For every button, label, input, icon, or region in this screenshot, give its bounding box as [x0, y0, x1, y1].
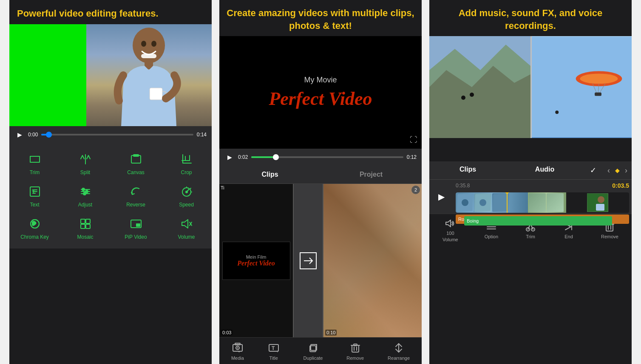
panel2-tabs: Clips Project [219, 166, 422, 184]
progress-thumb-2[interactable] [273, 154, 279, 160]
tool-pip-video[interactable]: PiP Video [111, 212, 161, 244]
panel3-header: Add music, sound FX, and voice recording… [429, 0, 632, 36]
panel2-title: Create amazing videos with multiple clip… [226, 7, 415, 32]
tool-pip-video-label: PiP Video [125, 234, 147, 240]
tool-trim[interactable]: Trim [9, 147, 60, 180]
black-bar [429, 138, 632, 161]
tool-canvas[interactable]: Canvas [111, 147, 161, 180]
toolbar-rearrange[interactable]: Rearrange [388, 342, 410, 361]
toolbar-media[interactable]: + Media [231, 342, 244, 361]
progress-thumb[interactable] [46, 132, 52, 138]
svg-rect-3 [141, 54, 156, 58]
progress-bar[interactable] [41, 134, 193, 135]
play-button-3[interactable]: ▶ [438, 192, 445, 202]
clip-1-thumbnail: Mein Film Perfect Video [222, 242, 290, 280]
toolbar-rearrange-label: Rearrange [388, 356, 410, 361]
tab-clips-3[interactable]: Clips [429, 161, 506, 179]
tool-text[interactable]: T Text [9, 180, 60, 212]
svg-text:T: T [32, 189, 35, 195]
mosaic-icon [78, 216, 93, 231]
svg-line-12 [88, 155, 90, 159]
video-right-panel [532, 36, 632, 138]
audio-track-2-label: Boing [467, 218, 479, 223]
svg-rect-38 [86, 219, 90, 223]
panel2-video-preview: My Movie Perfect Video ⛶ [219, 36, 422, 149]
clip-1[interactable]: Mein Film Perfect Video Ti 0:03 [219, 184, 294, 337]
timeline-time-left: 0:35.8 [456, 183, 470, 189]
remove-label: Remove [601, 234, 618, 239]
svg-point-76 [580, 74, 618, 84]
svg-rect-89 [596, 204, 604, 211]
chevron-right-icon[interactable]: › [625, 166, 627, 175]
media-icon: + [232, 342, 244, 354]
panel-3: Add music, sound FX, and voice recording… [429, 0, 632, 364]
video-track[interactable] [456, 192, 629, 213]
panel2-header: Create amazing videos with multiple clip… [219, 0, 422, 36]
svg-point-83 [462, 199, 468, 206]
tool-trim-label: Trim [30, 169, 40, 175]
toolbar-title-label: Title [269, 356, 278, 361]
volume-mute-icon [179, 216, 194, 231]
tab-audio-3[interactable]: Audio [506, 161, 583, 179]
svg-text:+: + [238, 350, 240, 353]
adjust-icon [78, 184, 93, 199]
rearrange-icon [393, 342, 405, 354]
clip-transition[interactable] [294, 184, 323, 337]
clip-1-subtitle: Perfect Video [237, 260, 275, 267]
reverse-icon [128, 184, 144, 199]
end-label: End [564, 234, 573, 239]
svg-line-66 [399, 344, 402, 347]
svg-point-50 [237, 347, 238, 349]
tool-chroma-key-label: Chroma Key [20, 234, 49, 240]
clip-1-title: Mein Film [246, 254, 267, 260]
toolbar-remove[interactable]: Remove [346, 342, 364, 361]
svg-rect-80 [595, 93, 601, 96]
svg-point-1 [141, 41, 146, 47]
panel1-header: Powerful video editing features. [9, 0, 212, 24]
timeline-playhead [507, 192, 508, 213]
panel3-timeline-area: 0:35.8 0:03.5 [453, 180, 632, 214]
tool-volume[interactable]: Volume [161, 212, 212, 244]
svg-marker-90 [446, 220, 451, 227]
tab-clips[interactable]: Clips [219, 166, 320, 183]
progress-bar-2[interactable] [251, 156, 403, 158]
tool-speed[interactable]: Speed [161, 180, 212, 212]
chevron-left-icon[interactable]: ‹ [607, 166, 610, 175]
tool-reverse[interactable]: Reverse [111, 180, 161, 212]
tool-adjust[interactable]: Adjust [60, 180, 111, 212]
svg-rect-6 [30, 156, 40, 162]
svg-text:T: T [272, 345, 275, 351]
transition-icon [300, 252, 317, 269]
panel3-playback-row: ▶ 0:35.8 0:03.5 [429, 180, 632, 214]
panel1-tools-grid: Trim Split Canvas Crop T [9, 143, 212, 248]
tool-mosaic[interactable]: Mosaic [60, 212, 111, 244]
tool-split[interactable]: Split [60, 147, 111, 180]
toolbar-duplicate[interactable]: Duplicate [303, 342, 323, 361]
timeline-current-time: 0:03.5 [612, 182, 629, 189]
tool-crop[interactable]: Crop [161, 147, 212, 180]
progress-fill-2 [251, 156, 275, 158]
panel3-video-preview [429, 36, 632, 138]
panel2-clips-area: Mein Film Perfect Video Ti 0:03 2 0:10 [219, 184, 422, 337]
svg-point-72 [461, 96, 465, 100]
tab-check-3[interactable]: ✓ [583, 161, 603, 179]
svg-rect-86 [493, 194, 508, 211]
tab-project[interactable]: Project [320, 166, 422, 183]
toolbar-title[interactable]: T+ Title [268, 342, 280, 361]
tool-reverse-label: Reverse [126, 202, 145, 208]
clip-2-duration: 0:10 [325, 330, 337, 336]
volume-icon [444, 217, 456, 229]
pip-video-icon [128, 216, 144, 231]
play-button-2[interactable]: ▶ [224, 152, 235, 162]
fullscreen-button[interactable]: ⛶ [410, 135, 417, 144]
svg-line-10 [82, 155, 84, 159]
tool-chroma-key[interactable]: Chroma Key [9, 212, 60, 244]
play-button[interactable]: ▶ [14, 130, 25, 140]
diamond-icon[interactable]: ◆ [615, 167, 620, 174]
clip-2[interactable]: 2 0:10 [323, 184, 422, 337]
audio-track-2[interactable]: Boing [464, 216, 612, 226]
tool-volume-label: Volume [178, 234, 195, 240]
title-icon: T+ [268, 342, 280, 354]
chroma-key-icon [27, 216, 43, 231]
panel2-toolbar: + Media T+ Title Duplicate Remove [219, 337, 422, 364]
